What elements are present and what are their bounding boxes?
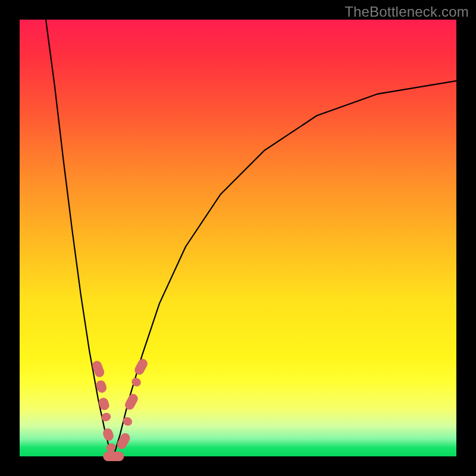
- marker: [133, 357, 149, 376]
- marker: [98, 396, 111, 411]
- watermark: TheBottleneck.com: [345, 4, 469, 20]
- curve-right-branch: [114, 81, 456, 456]
- marker: [102, 427, 115, 442]
- marker: [121, 415, 134, 427]
- marker: [103, 452, 124, 461]
- plot-area: [20, 20, 456, 456]
- marker: [123, 392, 139, 411]
- curves-svg: [20, 20, 456, 456]
- marker: [130, 376, 143, 388]
- chart-frame: TheBottleneck.com: [0, 0, 476, 476]
- marker: [100, 412, 112, 423]
